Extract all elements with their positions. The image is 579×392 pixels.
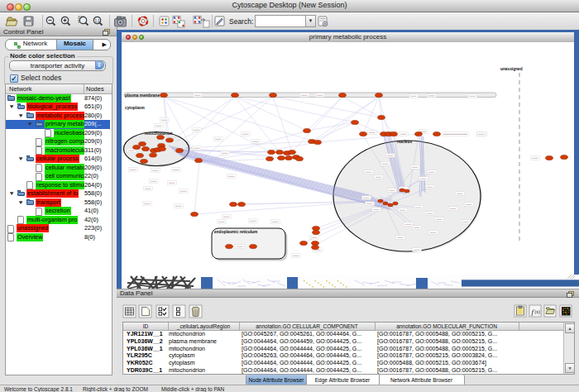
svg-text:endoplasmic reticulum: endoplasmic reticulum: [214, 230, 257, 234]
svg-text:plasma membrane: plasma membrane: [125, 93, 160, 98]
svg-text:cytoplasm: cytoplasm: [125, 106, 145, 110]
svg-text:1:1: 1:1: [95, 19, 101, 23]
svg-text:nucleus: nucleus: [397, 140, 412, 144]
svg-text:(x): (x): [535, 309, 541, 315]
svg-text:mitochondrion: mitochondrion: [145, 131, 173, 136]
svg-text:unassigned: unassigned: [500, 67, 523, 71]
